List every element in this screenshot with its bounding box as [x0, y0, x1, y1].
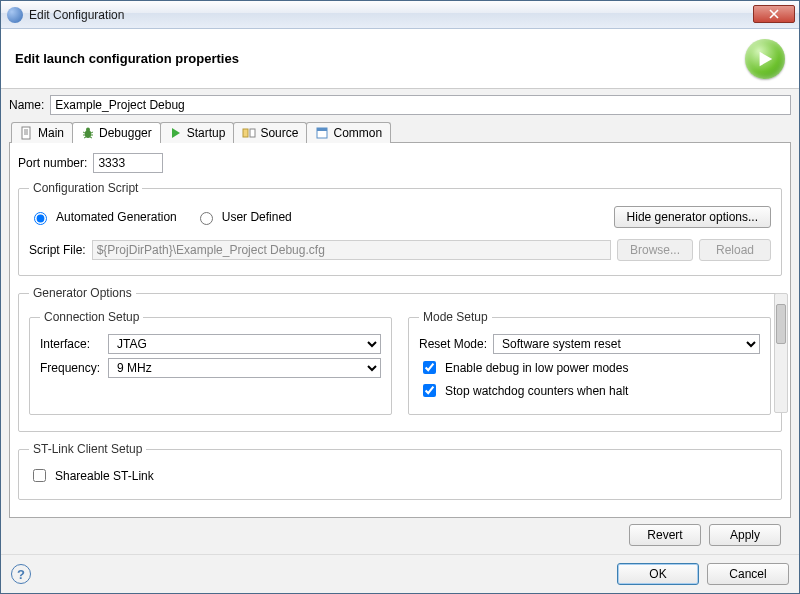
button-row-ok-cancel: ? OK Cancel	[1, 554, 799, 593]
window-title: Edit Configuration	[29, 8, 124, 22]
tab-source[interactable]: Source	[233, 122, 307, 143]
document-icon	[20, 126, 34, 140]
button-row-revert-apply: Revert Apply	[9, 518, 791, 550]
tab-label: Debugger	[99, 126, 152, 140]
stlink-legend: ST-Link Client Setup	[29, 442, 146, 456]
tab-label: Source	[260, 126, 298, 140]
close-icon	[769, 9, 779, 19]
source-icon	[242, 126, 256, 140]
dialog-header: Edit launch configuration properties	[1, 29, 799, 89]
port-row: Port number:	[18, 153, 782, 173]
apply-button[interactable]: Apply	[709, 524, 781, 546]
shareable-stlink-label: Shareable ST-Link	[55, 469, 154, 483]
port-input[interactable]	[93, 153, 163, 173]
mode-setup-legend: Mode Setup	[419, 310, 492, 324]
header-title: Edit launch configuration properties	[15, 51, 239, 66]
svg-rect-6	[317, 128, 327, 131]
shareable-stlink-checkbox[interactable]: Shareable ST-Link	[29, 466, 771, 485]
script-file-label: Script File:	[29, 243, 86, 257]
generator-options-group: Generator Options Connection Setup Inter…	[18, 286, 782, 432]
connection-setup-group: Connection Setup Interface: JTAG Frequen…	[29, 310, 392, 415]
svg-rect-3	[243, 129, 248, 137]
tab-debugger[interactable]: Debugger	[72, 122, 161, 143]
browse-button: Browse...	[617, 239, 693, 261]
dialog-window: Edit Configuration Edit launch configura…	[0, 0, 800, 594]
config-script-legend: Configuration Script	[29, 181, 142, 195]
mode-setup-group: Mode Setup Reset Mode: Software system r…	[408, 310, 771, 415]
ok-button[interactable]: OK	[617, 563, 699, 585]
scrollbar-thumb[interactable]	[776, 304, 786, 344]
radio-user-defined-input[interactable]	[200, 212, 213, 225]
tab-panel-debugger: Port number: Configuration Script Automa…	[9, 143, 791, 518]
low-power-input[interactable]	[423, 361, 436, 374]
reset-mode-label: Reset Mode:	[419, 337, 487, 351]
hide-generator-button[interactable]: Hide generator options...	[614, 206, 771, 228]
tab-startup[interactable]: Startup	[160, 122, 235, 143]
dialog-body: Name: Main Debugger Startup Source	[1, 89, 799, 554]
run-icon	[745, 39, 785, 79]
interface-label: Interface:	[40, 337, 102, 351]
radio-user-defined[interactable]: User Defined	[195, 209, 292, 225]
radio-automated-label: Automated Generation	[56, 210, 177, 224]
low-power-checkbox[interactable]: Enable debug in low power modes	[419, 358, 760, 377]
watchdog-input[interactable]	[423, 384, 436, 397]
radio-user-defined-label: User Defined	[222, 210, 292, 224]
play-icon	[169, 126, 183, 140]
bug-icon	[81, 126, 95, 140]
svg-rect-0	[22, 127, 30, 139]
generator-options-legend: Generator Options	[29, 286, 136, 300]
common-icon	[315, 126, 329, 140]
radio-automated[interactable]: Automated Generation	[29, 209, 177, 225]
revert-button[interactable]: Revert	[629, 524, 701, 546]
help-button[interactable]: ?	[11, 564, 31, 584]
svg-point-2	[86, 128, 90, 132]
frequency-select[interactable]: 9 MHz	[108, 358, 381, 378]
scrollbar[interactable]	[774, 293, 788, 413]
shareable-stlink-input[interactable]	[33, 469, 46, 482]
cancel-button[interactable]: Cancel	[707, 563, 789, 585]
interface-select[interactable]: JTAG	[108, 334, 381, 354]
name-input[interactable]	[50, 95, 791, 115]
radio-automated-input[interactable]	[34, 212, 47, 225]
tab-label: Common	[333, 126, 382, 140]
script-file-input	[92, 240, 611, 260]
watchdog-checkbox[interactable]: Stop watchdog counters when halt	[419, 381, 760, 400]
name-label: Name:	[9, 98, 44, 112]
reset-mode-select[interactable]: Software system reset	[493, 334, 760, 354]
frequency-label: Frequency:	[40, 361, 102, 375]
tab-bar: Main Debugger Startup Source Common	[9, 119, 791, 143]
low-power-label: Enable debug in low power modes	[445, 361, 628, 375]
config-script-group: Configuration Script Automated Generatio…	[18, 181, 782, 276]
port-label: Port number:	[18, 156, 87, 170]
tab-label: Startup	[187, 126, 226, 140]
stlink-group: ST-Link Client Setup Shareable ST-Link	[18, 442, 782, 500]
connection-setup-legend: Connection Setup	[40, 310, 143, 324]
reload-button: Reload	[699, 239, 771, 261]
tab-label: Main	[38, 126, 64, 140]
close-button[interactable]	[753, 5, 795, 23]
titlebar: Edit Configuration	[1, 1, 799, 29]
app-icon	[7, 7, 23, 23]
watchdog-label: Stop watchdog counters when halt	[445, 384, 628, 398]
tab-main[interactable]: Main	[11, 122, 73, 143]
svg-rect-4	[250, 129, 255, 137]
name-row: Name:	[9, 95, 791, 115]
tab-common[interactable]: Common	[306, 122, 391, 143]
